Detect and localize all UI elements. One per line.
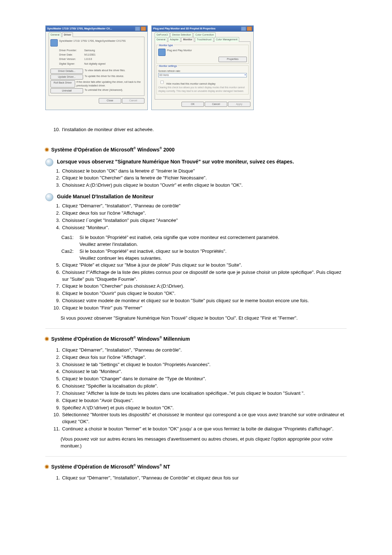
cd-icon [45, 193, 53, 201]
tab-color-correction[interactable]: Color Correction [193, 32, 216, 37]
manual-guide-heading: Guide Manuel D'Installation de Moniteur [45, 193, 347, 201]
refresh-rate-select[interactable]: 60 Hertz ▾ [158, 73, 247, 77]
hide-modes-checkbox[interactable] [160, 81, 164, 84]
uninstall-button[interactable]: Uninstall [50, 88, 83, 93]
case1-line2: Veuillez arreter l'installation. [79, 241, 138, 248]
monitor-icon [158, 49, 166, 56]
os2000-c-10: Cliquez le bouton "Finir" puis "Fermer" [61, 305, 347, 312]
chevron-down-icon: ▾ [245, 73, 246, 77]
os-2000-heading: Système d'Opération de Microsoft® Window… [45, 146, 347, 153]
osme-note: (Vous pouvez voir sur autres écrans les … [61, 436, 347, 450]
case2-line1: Si le bouton "Propriété" est inactivé, c… [79, 248, 226, 255]
osme-4: Choisissez le tab "Moniteur". [61, 368, 347, 376]
cancel-button2[interactable]: Cancel [205, 102, 227, 107]
osme-5: Cliquez le bouton "Changer" dans le doma… [61, 376, 347, 383]
tab-monitor[interactable]: Monitor [181, 37, 194, 42]
refresh-rate-value: 60 Hertz [159, 73, 169, 77]
tab-geforce3[interactable]: GeForce3 [155, 32, 170, 37]
osme-2: Cliquez deux fois sur l'icône "Affichage… [61, 354, 347, 361]
osnt-1: Cliquez sur "Démarrer", "Installation", … [61, 475, 347, 482]
os-nt-heading: Système d'Opération de Microsoft® Window… [45, 463, 347, 470]
properties-button[interactable]: Properties [219, 57, 247, 62]
update-driver-desc: To update the driver for this device. [85, 74, 124, 80]
os2000-b-4: Choisissez "Moniteur". [61, 224, 347, 232]
rollback-driver-button[interactable]: Roll Back Driver [50, 80, 75, 88]
date-value: 9/11/2001 [84, 53, 95, 57]
separator [45, 328, 347, 329]
update-driver-button[interactable]: Update Driver... [50, 74, 83, 80]
tab-adapter[interactable]: Adapter [168, 37, 181, 42]
dialog2-titlebar: Plug and Play Monitor and 3D Prophet III… [152, 26, 253, 32]
osme-11: Continuez a choisir le bouton "fermer" e… [61, 426, 347, 433]
cd-icon [45, 158, 53, 166]
driver-details-button[interactable]: Driver Details... [50, 69, 83, 74]
version-label: Driver Version: [59, 57, 83, 61]
version-value: 1.0.0.0 [84, 57, 92, 61]
os2000-c-5: Cliquez "Pilote" et cliquez sur "Mise à … [61, 262, 347, 269]
dialog-pair: SyncMaster 171S/ 175S/ 170S, MagicSyncMa… [45, 25, 347, 110]
provider-label: Driver Provider: [59, 49, 83, 52]
case2-label: Cas2: [61, 248, 79, 255]
ok-button[interactable]: OK [181, 102, 204, 107]
help-icon[interactable] [241, 27, 246, 31]
os2000-a-3: Choisissez A:(D:\Driver) puis cliquez le… [61, 182, 347, 189]
dialog-driver-properties: SyncMaster 171S/ 175S/ 170S, MagicSyncMa… [45, 25, 148, 110]
signer-label: Digital Signer: [59, 62, 83, 66]
close-icon[interactable] [247, 27, 252, 31]
tab-driver[interactable]: Driver [62, 32, 73, 37]
tab-color-management[interactable]: Color Management [214, 37, 240, 42]
os2000-c-7: Cliquez le bouton "Chercher" puis choisi… [61, 283, 347, 290]
manual-guide-text: Guide Manuel D'Installation de Moniteur [57, 193, 154, 200]
sig-warning-heading: Lorsque vous observez "Signature Numériq… [45, 158, 347, 166]
rollback-driver-desc: If the device fails after updating the d… [77, 80, 143, 88]
dialog-monitor-properties: Plug and Play Monitor and 3D Prophet III… [151, 25, 254, 110]
bullet-icon [45, 465, 48, 468]
osnt-steps: Cliquez sur "Démarrer", "Installation", … [45, 475, 347, 482]
apply-button: Apply [228, 102, 250, 107]
bullet-icon [45, 337, 48, 340]
tab-device-selection[interactable]: Device Selection [170, 32, 193, 37]
os-me-heading: Système d'Opération de Microsoft® Window… [45, 335, 347, 343]
osme-steps: Cliquez "Démarrer", "Installation", "Pan… [45, 347, 347, 433]
monitor-icon [50, 39, 58, 46]
dialog1-titlebar: SyncMaster 171S/ 175S/ 170S, MagicSyncMa… [46, 26, 147, 32]
os2000-c-9: Choisissez votre modele de moniteur et c… [61, 297, 347, 305]
heading-mid-me: Windows [136, 336, 159, 342]
dialog1-title: SyncMaster 171S/ 175S/ 170S, MagicSyncMa… [47, 27, 112, 31]
os2000-c-6: Choisissez l"'Affichage de la liste des … [61, 269, 347, 283]
os2000-note: Si vous pouvez observer "Signature Numér… [61, 315, 347, 322]
heading-suf-nt: NT [162, 464, 170, 470]
os2000-warn-steps: Choisissez le bouton "OK" dans la fenetr… [45, 168, 347, 190]
provider-value: Samsung [84, 49, 95, 52]
osme-10: Sélectionnez "Montrer touts les disposit… [61, 412, 347, 426]
os2000-b-1: Cliquez "Démarrer", "Installation", "Pan… [61, 203, 347, 210]
heading-pre-nt: Système d'Opération de Microsoft [51, 464, 134, 470]
cancel-button: Cancel [122, 98, 144, 103]
tab-general2[interactable]: General [155, 37, 167, 42]
tab-troubleshoot[interactable]: Troubleshoot [195, 37, 213, 42]
tab-general[interactable]: General [49, 32, 61, 37]
dialog2-title: Plug and Play Monitor and 3D Prophet III… [153, 27, 216, 31]
help-icon[interactable] [135, 27, 140, 31]
hide-modes-label: Hide modes that this monitor cannot disp… [166, 82, 216, 85]
close-icon[interactable] [141, 27, 146, 31]
dialog2-tabs-bottom: General Adapter Monitor Troubleshoot Col… [155, 37, 250, 42]
uninstall-desc: To uninstall the driver (Advanced). [85, 88, 123, 93]
os2000-a-2: Cliquez le bouton "Chercher" dans la fen… [61, 175, 347, 182]
os2000-a-1: Choisissez le bouton "OK" dans la fenetr… [61, 168, 347, 175]
osme-9: Spécifiez A:\(D:\driver) et puis cliquez… [61, 405, 347, 412]
osme-7: Choisissez "Afficher la liste de touts l… [61, 390, 347, 397]
os2000-manual-steps: Cliquez "Démarrer", "Installation", "Pan… [45, 203, 347, 231]
os2000-b-2: Cliquez deux fois sur l'icône "Affichage… [61, 210, 347, 217]
heading-mid: Windows [136, 147, 159, 153]
os2000-c-8: Cliquez le bouton "Ouvrir" puis cliquez … [61, 290, 347, 297]
device-name: SyncMaster 171S/ 175S/ 170S, MagicSyncMa… [59, 39, 126, 46]
close-button[interactable]: Close [99, 98, 121, 103]
monitor-type-legend: Monitor type [158, 44, 174, 46]
residual-step-list: l'installation de moniteur driver est ac… [45, 126, 347, 134]
osme-6: Choisissez "Spécifier la localisation du… [61, 383, 347, 390]
heading-suf: 2000 [162, 147, 175, 153]
heading-suf-me: Millennium [162, 336, 190, 342]
case1-label: Cas1: [61, 234, 79, 241]
heading-pre: Système d'Opération de Microsoft [51, 147, 134, 153]
